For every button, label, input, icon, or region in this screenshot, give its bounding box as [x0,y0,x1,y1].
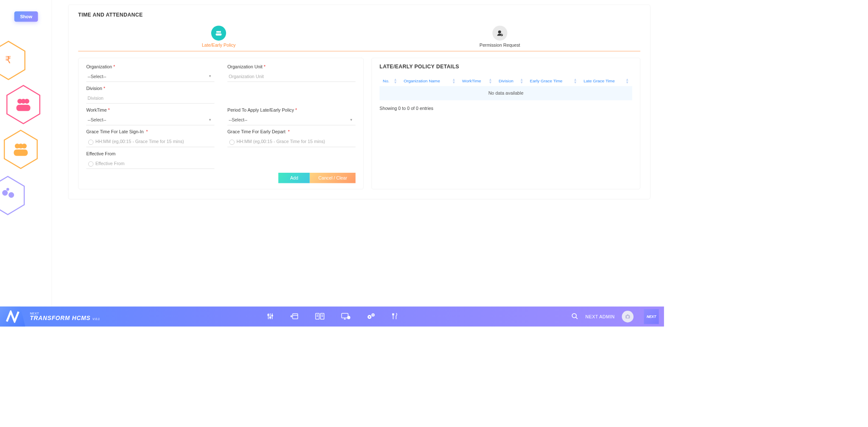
svg-point-43 [368,316,370,317]
svg-point-15 [6,188,9,191]
org-unit-label: Organization Unit * [227,64,355,69]
policy-details-panel: LATE/EARLY POLICY DETAILS No.▲▼ Organiza… [371,58,640,189]
worktime-select[interactable]: --Select-- [86,115,214,125]
col-no[interactable]: No.▲▼ [380,76,400,86]
sidebar: Show ₹ [0,0,52,327]
svg-marker-2 [7,85,40,124]
footer-right: NEXT ADMIN NEXT [571,309,664,324]
period-select[interactable]: --Select-- [227,115,355,125]
tab-label: Late/Early Policy [78,42,359,48]
cancel-clear-button[interactable]: Cancel / Clear [310,173,356,183]
logo-mark-icon [0,306,25,326]
svg-rect-50 [627,315,628,316]
monitor-money-icon[interactable]: ₹ [341,312,351,321]
sort-icon[interactable]: ▲▼ [452,78,455,83]
grace-late-input[interactable] [86,136,214,147]
sort-icon[interactable]: ▲▼ [488,78,492,83]
policy-table: No.▲▼ Organization Name▲▼ WorkTime▲▼ Div… [380,76,632,100]
tab-permission-request[interactable]: Permission Request [359,22,640,51]
grace-early-input[interactable] [227,136,355,147]
worktime-label: WorkTime * [86,107,214,112]
footer-icon-row: ₹ [266,312,398,321]
effective-from-input[interactable] [86,158,214,169]
sidebar-hex-users-pink[interactable] [6,84,41,125]
svg-rect-19 [216,34,222,36]
svg-point-28 [271,315,273,316]
svg-point-49 [627,316,629,318]
svg-rect-11 [14,149,28,156]
sidebar-hex-users-orange[interactable] [3,129,39,169]
col-worktime[interactable]: WorkTime▲▼ [459,76,495,86]
svg-line-47 [575,317,577,319]
organization-select[interactable]: --Select-- [86,71,214,82]
user-block-icon [492,25,507,40]
col-early-grace[interactable]: Early Grace Time▲▼ [527,76,581,86]
svg-point-14 [8,192,14,198]
svg-point-46 [572,313,576,317]
svg-point-45 [372,314,373,315]
add-button[interactable]: Add [279,173,310,183]
details-title: LATE/EARLY POLICY DETAILS [380,64,632,70]
user-name[interactable]: NEXT ADMIN [586,314,615,319]
entries-info: Showing 0 to 0 of 0 entries [380,106,632,111]
brand-square[interactable]: NEXT [644,309,659,324]
search-icon[interactable] [571,312,578,320]
organization-unit-input[interactable] [227,71,355,82]
svg-point-27 [269,317,271,318]
policy-form: Organization * --Select-- Organization U… [78,58,363,189]
svg-marker-7 [4,130,37,169]
svg-marker-0 [0,41,25,79]
svg-text:₹: ₹ [5,54,11,65]
svg-point-10 [18,143,23,149]
division-input[interactable] [86,93,214,104]
grace-early-label: Grace Time For Early Depart * [227,129,355,134]
sort-icon[interactable]: ▲▼ [625,78,629,83]
tab-label: Permission Request [359,42,640,48]
svg-point-26 [268,314,269,315]
utensils-icon[interactable] [391,312,398,321]
brand-logo[interactable]: NEXT TRANSFORM HCMSV.0.1 [0,306,107,326]
svg-point-13 [2,190,8,196]
main-content: TIME AND ATTENDANCE Late/Early Policy Pe… [52,0,664,307]
svg-point-18 [218,31,220,33]
table-empty-row: No data available [380,86,632,101]
org-label: Organization * [86,64,214,69]
col-late-grace[interactable]: Late Grace Time▲▼ [581,76,632,86]
svg-rect-37 [341,313,348,318]
tabs: Late/Early Policy Permission Request [78,22,640,51]
svg-point-5 [21,99,26,104]
svg-text:₹: ₹ [348,316,349,319]
svg-rect-6 [17,105,31,111]
attendance-card: TIME AND ATTENDANCE Late/Early Policy Pe… [68,5,650,199]
sidebar-hex-billing[interactable]: ₹ [0,40,26,81]
division-label: Division * [86,86,214,91]
sort-icon[interactable]: ▲▼ [520,78,523,83]
grace-late-label: Grace Time For Late Sign-In * [86,129,214,134]
calendar-arrow-icon[interactable] [290,312,299,321]
tab-late-early-policy[interactable]: Late/Early Policy [78,22,359,51]
col-org-name[interactable]: Organization Name▲▼ [400,76,459,86]
gears-icon[interactable] [367,312,375,321]
effective-from-label: Effective From [86,151,214,156]
sidebar-hex-support[interactable] [0,175,25,216]
sort-icon[interactable]: ▲▼ [574,78,577,83]
col-division[interactable]: Division▲▼ [495,76,527,86]
documents-icon[interactable] [315,312,324,321]
avatar[interactable] [622,311,634,323]
page-title: TIME AND ATTENDANCE [68,5,650,22]
sort-icon[interactable]: ▲▼ [394,78,397,83]
period-label: Period To Apply Late/Early Policy * [227,107,355,112]
svg-rect-29 [293,314,298,319]
settings-sliders-icon[interactable] [266,312,274,321]
people-icon [211,25,226,40]
footer-bar: NEXT TRANSFORM HCMSV.0.1 ₹ NEXT ADMIN NE… [0,306,664,326]
svg-point-20 [498,31,501,34]
sidebar-show-button[interactable]: Show [14,11,38,22]
brand-text: NEXT TRANSFORM HCMSV.0.1 [30,312,100,321]
